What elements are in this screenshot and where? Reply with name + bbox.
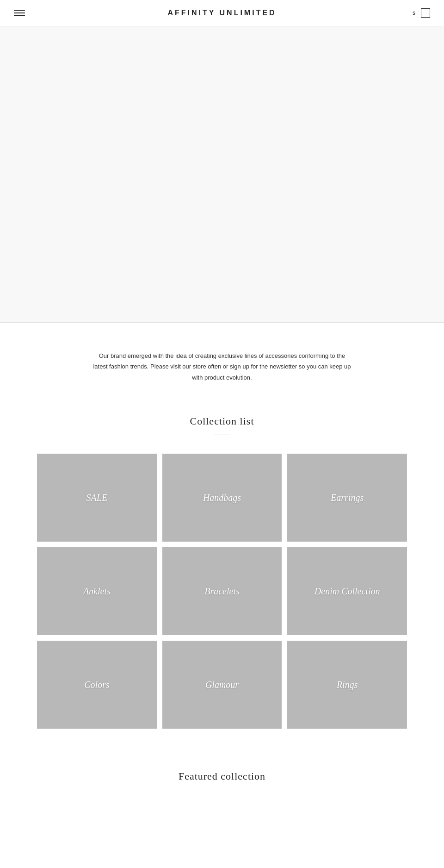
collection-item-label: Rings — [337, 680, 358, 690]
collection-item-label: Anklets — [83, 586, 111, 597]
collection-item-label: Bracelets — [204, 586, 240, 597]
collection-item-anklets[interactable]: Anklets — [37, 547, 157, 635]
collection-list-divider — [214, 435, 230, 435]
collection-item-rings[interactable]: Rings — [287, 641, 407, 729]
collection-item-label: SALE — [86, 493, 108, 503]
site-title: AFFINITY UNLIMITED — [167, 9, 276, 17]
header: AFFINITY UNLIMITED s — [0, 0, 444, 26]
collection-item-earrings[interactable]: Earrings — [287, 454, 407, 542]
collection-item-glamour[interactable]: Glamour — [162, 641, 282, 729]
collection-item-denim[interactable]: Denim Collection — [287, 547, 407, 635]
collection-list-title: Collection list — [37, 415, 407, 427]
bag-icon[interactable] — [421, 8, 430, 18]
collection-item-label: Colors — [84, 680, 109, 690]
featured-collection-title: Featured collection — [37, 770, 407, 782]
collection-item-handbags[interactable]: Handbags — [162, 454, 282, 542]
collection-item-sale[interactable]: SALE — [37, 454, 157, 542]
menu-icon[interactable] — [14, 10, 25, 16]
featured-collection-divider — [214, 790, 230, 790]
collection-item-label: Earrings — [331, 493, 364, 503]
collection-item-label: Handbags — [203, 493, 241, 503]
brand-description-section: Our brand emerged with the idea of creat… — [0, 323, 444, 406]
collection-grid: SALE Handbags Earrings Anklets Bracelets… — [37, 454, 407, 729]
header-icons: s — [413, 8, 430, 18]
collection-list-section: Collection list SALE Handbags Earrings A… — [0, 406, 444, 756]
featured-collection-section: Featured collection — [0, 756, 444, 799]
collection-item-label: Glamour — [205, 680, 239, 690]
brand-description-text: Our brand emerged with the idea of creat… — [92, 350, 352, 383]
collection-item-label: Denim Collection — [314, 586, 380, 597]
collection-item-bracelets[interactable]: Bracelets — [162, 547, 282, 635]
collection-item-colors[interactable]: Colors — [37, 641, 157, 729]
hero-image — [0, 26, 444, 323]
search-label[interactable]: s — [413, 10, 415, 16]
